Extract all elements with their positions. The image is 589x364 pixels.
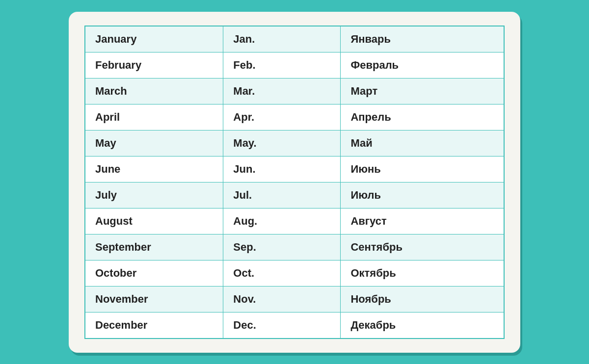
table-row: JuneJun.Июнь — [85, 156, 504, 182]
month-abbreviation: Apr. — [223, 104, 341, 130]
month-russian: Сентябрь — [341, 234, 504, 260]
month-english: October — [85, 260, 223, 286]
month-abbreviation: Aug. — [223, 208, 341, 234]
month-english: November — [85, 286, 223, 312]
month-russian: Июнь — [341, 156, 504, 182]
table-row: MayMay.Май — [85, 130, 504, 156]
month-russian: Ноябрь — [341, 286, 504, 312]
table-row: FebruaryFeb.Февраль — [85, 52, 504, 78]
months-table: JanuaryJan.ЯнварьFebruaryFeb.ФевральMarc… — [84, 26, 505, 339]
month-russian: Октябрь — [341, 260, 504, 286]
month-english: September — [85, 234, 223, 260]
month-abbreviation: Nov. — [223, 286, 341, 312]
month-russian: Декабрь — [341, 312, 504, 338]
month-english: June — [85, 156, 223, 182]
main-card: JanuaryJan.ЯнварьFebruaryFeb.ФевральMarc… — [69, 12, 520, 353]
table-row: JanuaryJan.Январь — [85, 26, 504, 52]
month-russian: Февраль — [341, 52, 504, 78]
month-english: August — [85, 208, 223, 234]
table-row: JulyJul.Июль — [85, 182, 504, 208]
month-abbreviation: Mar. — [223, 78, 341, 104]
month-russian: Март — [341, 78, 504, 104]
table-row: SeptemberSep.Сентябрь — [85, 234, 504, 260]
month-english: March — [85, 78, 223, 104]
month-abbreviation: Jan. — [223, 26, 341, 52]
month-abbreviation: Jun. — [223, 156, 341, 182]
table-row: AugustAug.Август — [85, 208, 504, 234]
month-english: January — [85, 26, 223, 52]
month-abbreviation: Feb. — [223, 52, 341, 78]
month-russian: Май — [341, 130, 504, 156]
month-abbreviation: Jul. — [223, 182, 341, 208]
table-row: OctoberOct.Октябрь — [85, 260, 504, 286]
month-english: May — [85, 130, 223, 156]
month-abbreviation: Sep. — [223, 234, 341, 260]
month-russian: Июль — [341, 182, 504, 208]
month-english: July — [85, 182, 223, 208]
month-english: February — [85, 52, 223, 78]
month-russian: Январь — [341, 26, 504, 52]
month-russian: Август — [341, 208, 504, 234]
month-english: April — [85, 104, 223, 130]
table-row: AprilApr.Апрель — [85, 104, 504, 130]
month-english: December — [85, 312, 223, 338]
table-row: DecemberDec.Декабрь — [85, 312, 504, 338]
month-abbreviation: Oct. — [223, 260, 341, 286]
month-abbreviation: Dec. — [223, 312, 341, 338]
month-russian: Апрель — [341, 104, 504, 130]
month-abbreviation: May. — [223, 130, 341, 156]
table-row: NovemberNov.Ноябрь — [85, 286, 504, 312]
table-row: MarchMar.Март — [85, 78, 504, 104]
